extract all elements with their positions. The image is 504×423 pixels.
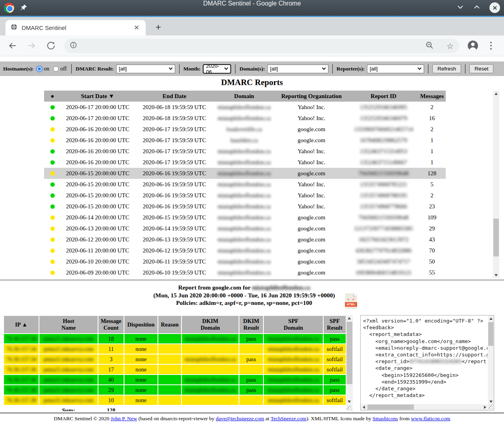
report-id-cell: 4363827797914832886 <box>349 245 418 256</box>
column-header[interactable]: IP ▲ <box>4 315 39 334</box>
scrollbar-thumb[interactable] <box>346 322 352 384</box>
window-close-button[interactable] <box>489 2 500 13</box>
footer-link[interactable]: John P. New <box>111 416 137 421</box>
tab-dmarc-sentinel[interactable]: DMARC Sentinel ✕ <box>6 20 146 35</box>
report-row[interactable]: 2020-06-17 20:00:00 UTC2020-06-18 19:59:… <box>44 102 446 113</box>
footer-link[interactable]: Smashicons <box>372 416 398 421</box>
domain-cell: miataphileoflondon.ca <box>214 168 274 179</box>
xml-source-panel[interactable]: <?xml version="1.0" encoding="UTF-8" ?><… <box>360 315 494 410</box>
column-header[interactable]: DKIM Domain <box>182 315 239 334</box>
maximize-icon[interactable] <box>473 4 481 11</box>
column-header[interactable]: Start Date ▼ <box>61 91 135 102</box>
column-header[interactable]: Host Name <box>39 315 98 334</box>
scroll-up-icon[interactable] <box>346 315 352 321</box>
column-header[interactable]: End Date <box>135 91 214 102</box>
footer-link[interactable]: dave@techsneeze.com <box>216 416 264 421</box>
scrollbar-thumb[interactable] <box>493 219 499 256</box>
messages-cell: 1 <box>418 135 446 146</box>
resize-grip[interactable] <box>346 405 352 411</box>
report-row[interactable]: 2020-06-12 20:00:00 UTC2020-06-13 19:59:… <box>44 234 446 245</box>
scroll-up-icon[interactable] <box>488 315 494 321</box>
report-row[interactable]: 2020-06-16 20:00:00 UTC2020-06-17 19:59:… <box>44 157 446 168</box>
reporter-select[interactable]: [all] <box>367 65 424 73</box>
profile-avatar[interactable] <box>468 41 478 51</box>
scroll-down-icon[interactable] <box>493 272 499 278</box>
bookmark-star-icon[interactable]: ☆ <box>447 41 454 51</box>
report-row[interactable]: 2020-06-10 20:00:00 UTC2020-06-11 19:59:… <box>44 256 446 267</box>
scroll-right-icon[interactable] <box>482 404 488 410</box>
scrollbar-thumb[interactable] <box>488 322 493 346</box>
report-row[interactable]: 2020-06-16 20:00:00 UTC2020-06-17 19:59:… <box>44 135 446 146</box>
scroll-up-icon[interactable] <box>493 91 499 96</box>
report-row[interactable]: 2020-06-11 20:00:00 UTC2020-06-12 19:59:… <box>44 245 446 256</box>
html-file-icon[interactable]: < > HTML <box>346 294 356 308</box>
scroll-down-icon[interactable] <box>346 399 352 404</box>
detail-row[interactable]: 76.30.157.34pmta11.inksavvy.com18nonemia… <box>4 334 346 344</box>
footer-link[interactable]: TechSneeze.com <box>271 416 306 421</box>
reports-scrollbar[interactable] <box>493 91 499 278</box>
column-header[interactable]: SPF Domain <box>263 315 323 334</box>
detail-row[interactable]: 76.30.157.36pmta21.inksavvy.com17nonemia… <box>4 364 346 375</box>
column-header[interactable]: Report ID <box>349 91 418 102</box>
detail-row[interactable]: 76.30.157.38pmta31.inksavvy.com29nonemia… <box>4 385 346 395</box>
column-header[interactable]: Reporting Organization <box>274 91 349 102</box>
back-icon[interactable] <box>8 41 17 52</box>
report-row[interactable]: 2020-06-09 20:00:00 UTC2020-06-10 19:59:… <box>44 267 446 278</box>
month-select[interactable]: 2020-06 <box>203 64 231 74</box>
report-row[interactable]: 2020-06-16 20:00:00 UTC2020-06-17 19:59:… <box>44 146 446 157</box>
column-header[interactable]: Messages <box>418 91 446 102</box>
domain-select[interactable]: [all] <box>267 65 328 73</box>
zoom-out-icon[interactable] <box>425 41 434 51</box>
start-date-cell: 2020-06-17 20:00:00 UTC <box>61 102 135 113</box>
redacted-ip: 76.30.157.38 <box>6 387 36 393</box>
column-header[interactable]: Disposition <box>124 315 158 334</box>
report-row[interactable]: 2020-06-14 20:00:00 UTC2020-06-15 19:59:… <box>44 212 446 223</box>
menu-kebab-icon[interactable] <box>490 45 492 46</box>
report-row[interactable]: 2020-06-15 20:00:00 UTC2020-06-16 19:59:… <box>44 168 446 179</box>
end-date-cell: 2020-06-14 19:59:59 UTC <box>135 223 214 234</box>
xml-vscrollbar[interactable] <box>488 315 494 404</box>
detail-row[interactable]: 76.30.157.34pmta11.inksavvy.com3nonemiat… <box>4 354 346 364</box>
detail-cell <box>239 395 263 405</box>
redacted-dkim-domain: miataphileoflondon.ca <box>185 336 236 342</box>
dmarc-result-select[interactable]: [all] <box>116 65 175 73</box>
redacted-dkim-domain: miataphileoflondon.ca <box>185 377 236 383</box>
detail-row[interactable]: 76.30.157.34pmta11.inksavvy.com11nonemia… <box>4 344 346 354</box>
reset-button[interactable]: Reset <box>469 64 493 73</box>
hostname-on-radio[interactable] <box>37 66 42 72</box>
column-header[interactable]: DKIM Result <box>239 315 263 334</box>
report-row[interactable]: 2020-06-13 20:00:00 UTC2020-06-14 19:59:… <box>44 223 446 234</box>
forward-icon[interactable] <box>27 41 36 52</box>
detail-scrollbar[interactable] <box>346 315 353 404</box>
reload-icon[interactable] <box>46 41 56 52</box>
column-header[interactable]: Message Count <box>98 315 124 334</box>
new-tab-button[interactable]: + <box>153 22 164 33</box>
address-bar[interactable]: ☆ <box>64 39 459 53</box>
minimize-icon[interactable] <box>456 4 464 11</box>
scroll-down-icon[interactable] <box>488 399 494 404</box>
detail-row[interactable]: 76.30.157.36pmta21.inksavvy.com40nonemia… <box>4 375 346 385</box>
report-row[interactable]: 2020-06-15 20:00:00 UTC2020-06-16 19:59:… <box>44 190 446 201</box>
resize-grip[interactable] <box>488 404 493 410</box>
xml-hscrollbar[interactable] <box>361 404 488 410</box>
tab-close-icon[interactable]: ✕ <box>132 24 141 32</box>
org-cell: Yahoo! Inc. <box>274 102 349 113</box>
start-date-cell: 2020-06-15 20:00:00 UTC <box>61 168 135 179</box>
scroll-left-icon[interactable] <box>361 404 367 410</box>
column-header[interactable]: SPF Result <box>323 315 346 334</box>
redacted-domain: miataphileoflondon.ca <box>218 236 271 243</box>
column-header[interactable]: ● <box>44 91 61 102</box>
info-icon[interactable] <box>70 41 77 50</box>
report-row[interactable]: 2020-06-15 20:00:00 UTC2020-06-16 19:59:… <box>44 201 446 212</box>
report-row[interactable]: 2020-06-15 20:00:00 UTC2020-06-16 19:59:… <box>44 179 446 190</box>
column-header[interactable]: Reason <box>158 315 182 334</box>
column-header[interactable]: Domain <box>214 91 274 102</box>
scrollbar-thumb[interactable] <box>367 404 414 410</box>
footer-link[interactable]: www.flaticon.com <box>411 416 450 421</box>
hostname-off-radio[interactable] <box>53 66 59 72</box>
redacted-host: pmta11.inksavvy.com <box>44 336 94 342</box>
report-row[interactable]: 2020-06-17 20:00:00 UTC2020-06-18 19:59:… <box>44 113 446 124</box>
report-row[interactable]: 2020-06-16 20:00:00 UTC2020-06-17 19:59:… <box>44 124 446 135</box>
detail-row[interactable]: 76.30.157.38pmta31.inksavvy.com10nonemia… <box>4 395 346 405</box>
refresh-button[interactable]: Refresh <box>432 64 461 73</box>
